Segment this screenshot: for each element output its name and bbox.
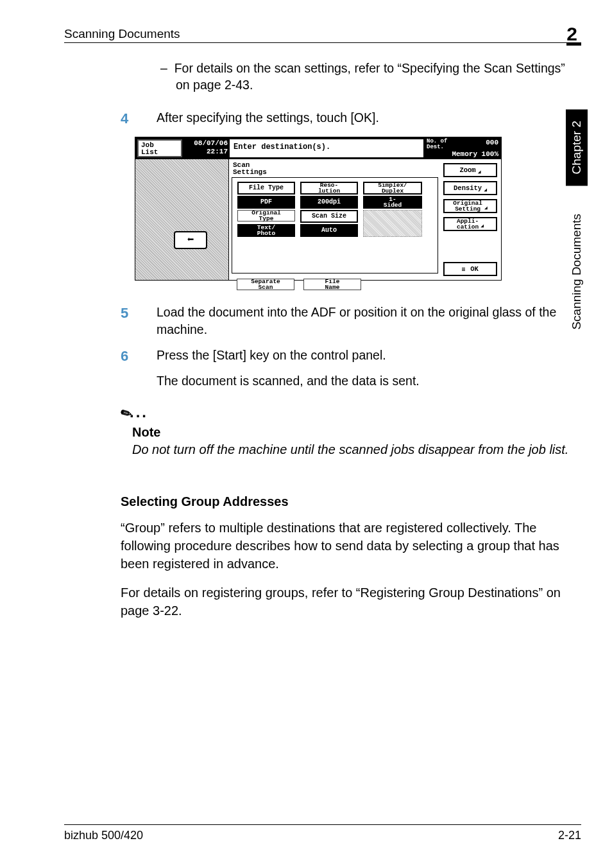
note-label: Note — [132, 424, 581, 441]
file-name-button[interactable]: File Name — [303, 279, 361, 290]
simplex-value: 1- Sided — [363, 196, 422, 209]
time-text: 22:17 — [185, 148, 228, 156]
zoom-button[interactable]: Zoom◢ — [443, 163, 497, 177]
note-block: ✎... Note Do not turn off the machine un… — [121, 402, 581, 458]
step-number: 5 — [121, 304, 157, 338]
step-number: 6 — [121, 347, 157, 366]
memory-label: Memory — [452, 150, 477, 158]
step-text: Load the document into the ADF or positi… — [157, 304, 581, 338]
datetime-display: 08/07/06 22:17 — [184, 137, 229, 159]
footer-model: bizhub 500/420 — [64, 829, 143, 842]
lcd-panel: Job List 08/07/06 22:17 Enter destinatio… — [135, 137, 502, 281]
original-setting-button[interactable]: Original Setting◢ — [443, 199, 497, 213]
page-footer: bizhub 500/420 2-21 — [64, 824, 581, 842]
prompt-text: Enter destination(s). — [229, 139, 424, 158]
header-section-title: Scanning Documents — [64, 27, 180, 41]
note-icon: ✎... — [121, 402, 581, 422]
application-button[interactable]: Appli- cation◢ — [443, 217, 497, 231]
simplex-duplex-button[interactable]: Simplex/ Duplex — [363, 182, 422, 195]
density-button[interactable]: Density◢ — [443, 181, 497, 195]
scan-size-button[interactable]: Scan Size — [300, 210, 358, 223]
step-text: Press the [Start] key on the control pan… — [157, 347, 581, 366]
file-type-value: PDF — [237, 196, 295, 209]
scan-settings-label: Scan Settings — [233, 162, 438, 176]
lcd-topbar: Job List 08/07/06 22:17 Enter destinatio… — [135, 137, 501, 159]
scan-size-value: Auto — [300, 224, 358, 237]
file-type-button[interactable]: File Type — [237, 182, 295, 195]
step-text: After specifying the settings, touch [OK… — [157, 109, 581, 128]
preview-pane: ⬅ — [135, 159, 229, 280]
step-result: The document is scanned, and the data is… — [157, 372, 581, 389]
status-area: No. of Dest. 000 Memory 100% — [424, 137, 501, 159]
memory-value: 100% — [482, 150, 498, 158]
left-arrow-icon: ⬅ — [187, 232, 194, 248]
ok-icon — [462, 268, 465, 271]
empty-slot — [363, 210, 422, 237]
chapter-number: 2 — [566, 23, 581, 44]
step-number: 4 — [121, 109, 157, 128]
separate-scan-button[interactable]: Separate Scan — [237, 279, 294, 290]
resolution-value: 200dpi — [300, 196, 358, 209]
section-p2: For details on registering groups, refer… — [121, 584, 581, 620]
sub-bullet: – For details on the scan settings, refe… — [160, 60, 581, 94]
note-body: Do not turn off the machine until the sc… — [132, 441, 581, 458]
original-type-value: Text/ Photo — [237, 224, 295, 237]
section-heading: Selecting Group Addresses — [121, 493, 581, 510]
header-chapter: 2 — [566, 21, 581, 41]
original-type-button[interactable]: Original Type — [237, 210, 295, 221]
step-5: 5 Load the document into the ADF or posi… — [64, 304, 581, 338]
ok-button[interactable]: OK — [443, 262, 497, 276]
resolution-button[interactable]: Reso- lution — [300, 182, 358, 195]
dest-count-value: 000 — [486, 139, 498, 150]
side-tabs: Chapter 2 Scanning Documents — [566, 109, 588, 342]
side-tab-chapter: Chapter 2 — [566, 109, 588, 186]
step-4: 4 After specifying the settings, touch [… — [64, 109, 581, 128]
sub-bullet-text: For details on the scan settings, refer … — [174, 61, 565, 92]
date-text: 08/07/06 — [185, 139, 228, 148]
scan-settings-box: File Type Reso- lution Simplex/ Duplex P… — [232, 177, 438, 273]
page-header: Scanning Documents 2 — [64, 21, 581, 43]
job-list-button[interactable]: Job List — [137, 139, 182, 157]
side-tab-section: Scanning Documents — [566, 202, 588, 342]
step-6: 6 Press the [Start] key on the control p… — [64, 347, 581, 366]
dest-count-label: No. of Dest. — [427, 139, 447, 150]
footer-page-num: 2-21 — [558, 829, 581, 842]
section-p1: “Group” refers to multiple destinations … — [121, 519, 581, 573]
back-arrow-button[interactable]: ⬅ — [174, 231, 207, 249]
